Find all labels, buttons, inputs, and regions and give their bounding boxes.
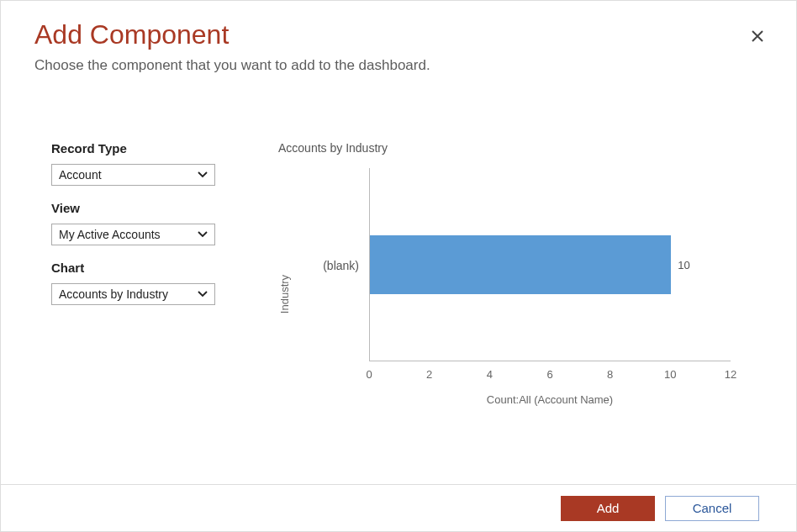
add-button[interactable]: Add <box>561 496 655 521</box>
plot-outer: (blank) 10 024681012 Count:All (Account … <box>309 168 739 420</box>
chevron-down-icon <box>198 231 208 238</box>
x-axis-label: Count:All (Account Name) <box>369 393 731 406</box>
view-value: My Active Accounts <box>59 228 198 241</box>
chart-label: Chart <box>51 261 228 275</box>
x-tick: 2 <box>426 368 432 381</box>
chart-select[interactable]: Accounts by Industry <box>51 283 215 305</box>
bar-value-label: 10 <box>678 259 689 271</box>
x-axis-ticks: 024681012 <box>369 368 731 385</box>
x-tick: 4 <box>487 368 493 381</box>
x-tick: 6 <box>546 368 552 381</box>
dialog-title: Add Component <box>34 19 763 50</box>
dialog-subtitle: Choose the component that you want to ad… <box>34 57 763 74</box>
chart-title: Accounts by Industry <box>278 141 763 155</box>
close-icon <box>751 26 764 47</box>
view-select[interactable]: My Active Accounts <box>51 224 215 245</box>
x-tick: 0 <box>366 368 372 381</box>
bar <box>370 235 671 294</box>
plot-area: 10 <box>369 168 731 361</box>
chart-panel: Accounts by Industry Industry (blank) 10… <box>268 141 763 420</box>
chevron-down-icon <box>198 291 208 298</box>
dialog-footer: Add Cancel <box>1 484 796 531</box>
record-type-select[interactable]: Account <box>51 164 215 186</box>
cancel-button[interactable]: Cancel <box>665 496 759 521</box>
chart-area: Industry (blank) 10 024681012 Count:All … <box>268 168 739 420</box>
form-panel: Record Type Account View My Active Accou… <box>51 141 228 420</box>
chevron-down-icon <box>198 171 208 178</box>
dialog-content: Record Type Account View My Active Accou… <box>1 82 796 437</box>
dialog-header: Add Component Choose the component that … <box>1 1 796 82</box>
x-tick: 12 <box>725 368 736 381</box>
record-type-value: Account <box>59 168 198 182</box>
view-label: View <box>51 201 228 215</box>
y-axis-label: Industry <box>278 275 291 313</box>
chart-value: Accounts by Industry <box>59 287 198 301</box>
x-tick: 10 <box>664 368 676 381</box>
close-button[interactable] <box>751 28 764 46</box>
category-label: (blank) <box>309 259 366 272</box>
x-tick: 8 <box>607 368 613 381</box>
record-type-label: Record Type <box>51 141 228 155</box>
